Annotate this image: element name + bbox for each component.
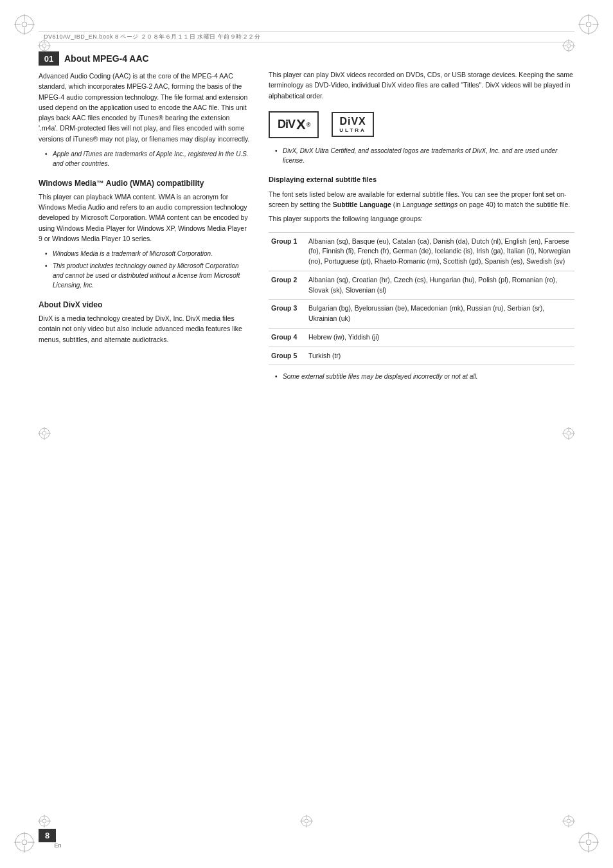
page-content: 01 About MPEG-4 AAC Advanced Audio Codin…: [39, 51, 574, 829]
mpeg4-aac-body: Advanced Audio Coding (AAC) is at the co…: [39, 71, 251, 144]
header-bar: DV610AV_IBD_EN.book 8 ページ ２０８年６月１１日 水曜日 …: [39, 31, 574, 42]
page-number-area: 8 En: [39, 829, 77, 849]
subtitle-group-label: Group 4: [269, 328, 306, 347]
subtitle-groups-table: Group 1Albanian (sq), Basque (eu), Catal…: [269, 232, 574, 366]
subtitle-heading: Displaying external subtitle files: [269, 174, 574, 185]
divx-right-note-1: DivX, DivX Ultra Certified, and associat…: [275, 146, 574, 165]
divx-logos-area: DiVX® DiVX ULTRA: [269, 111, 574, 138]
mpeg4-aac-note-1: Apple and iTunes are trademarks of Apple…: [45, 149, 251, 168]
divx-right-body: This player can play DivX videos recorde…: [269, 69, 574, 101]
subtitle-footer-note: Some external subtitle files may be disp…: [275, 372, 574, 381]
reg-mark-tr-outer: [577, 13, 600, 37]
page-lang: En: [39, 842, 77, 849]
wma-note-1: Windows Media is a trademark of Microsof…: [45, 249, 251, 258]
page-number-box: 8: [39, 829, 56, 842]
svg-point-31: [567, 44, 571, 48]
mpeg4-aac-heading: 01 About MPEG-4 AAC: [39, 51, 251, 66]
svg-point-1: [22, 22, 27, 27]
divx-heading: About DivX video: [39, 300, 251, 309]
svg-point-13: [22, 840, 27, 845]
subtitle-group-label: Group 2: [269, 271, 306, 300]
subtitle-group-label: Group 3: [269, 300, 306, 329]
subtitle-group-row: Group 1Albanian (sq), Basque (eu), Catal…: [269, 232, 574, 271]
subtitle-group-row: Group 3Bulgarian (bg), Byelorussian (be)…: [269, 300, 574, 329]
wma-heading: Windows Media™ Audio (WMA) compatibility: [39, 179, 251, 188]
wma-note-2: This product includes technology owned b…: [45, 261, 251, 290]
subtitle-footer-notes: Some external subtitle files may be disp…: [269, 372, 574, 381]
subtitle-group-row: Group 2Albanian (sq), Croatian (hr), Cze…: [269, 271, 574, 300]
subtitle-group-label: Group 5: [269, 347, 306, 365]
subtitle-intro2: This player supports the following langu…: [269, 213, 574, 224]
divx-ultra-logo: DiVX ULTRA: [332, 112, 374, 137]
left-column: 01 About MPEG-4 AAC Advanced Audio Codin…: [39, 51, 251, 829]
subtitle-group-text: Albanian (sq), Basque (eu), Catalan (ca)…: [306, 232, 574, 271]
mpeg4-aac-notes: Apple and iTunes are trademarks of Apple…: [39, 149, 251, 168]
reg-mark-br-outer: [577, 831, 600, 855]
subtitle-group-text: Albanian (sq), Croatian (hr), Czech (cs)…: [306, 271, 574, 300]
subtitle-group-label: Group 1: [269, 232, 306, 271]
svg-point-19: [586, 840, 591, 845]
divx-body: DivX is a media technology created by Di…: [39, 313, 251, 345]
divx-logo: DiVX®: [269, 111, 319, 138]
subtitle-group-text: Turkish (tr): [306, 347, 574, 365]
subtitle-group-row: Group 5Turkish (tr): [269, 347, 574, 365]
subtitle-group-text: Hebrew (iw), Yiddish (ji): [306, 328, 574, 347]
svg-point-7: [586, 22, 591, 27]
divx-right-notes: DivX, DivX Ultra Certified, and associat…: [269, 146, 574, 165]
subtitle-group-text: Bulgarian (bg), Byelorussian (be), Maced…: [306, 300, 574, 329]
wma-notes: Windows Media is a trademark of Microsof…: [39, 249, 251, 290]
reg-mark-tl-outer: [13, 13, 36, 37]
wma-body: This player can playback WMA content. WM…: [39, 192, 251, 244]
svg-point-25: [42, 44, 46, 48]
section-badge: 01: [39, 51, 59, 66]
subtitle-group-row: Group 4Hebrew (iw), Yiddish (ji): [269, 328, 574, 347]
subtitle-intro1: The font sets listed below are available…: [269, 189, 574, 210]
right-column: This player can play DivX videos recorde…: [269, 51, 574, 829]
reg-mark-bl-outer: [13, 831, 36, 855]
header-bar-text: DV610AV_IBD_EN.book 8 ページ ２０８年６月１１日 水曜日 …: [44, 33, 260, 41]
